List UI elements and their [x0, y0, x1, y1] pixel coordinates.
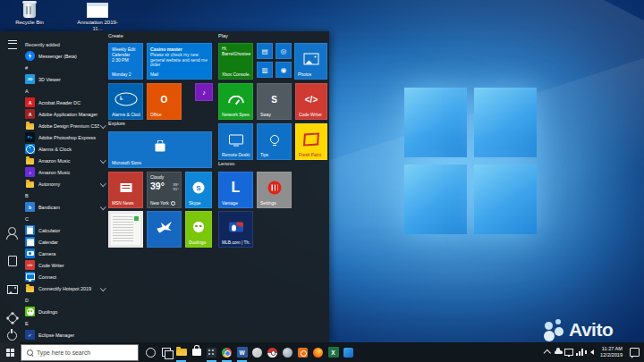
tile-label: Vantage [222, 201, 250, 206]
skype-tile[interactable]: SSkype [185, 172, 212, 208]
taskbar-icon-blue-app[interactable] [341, 342, 356, 362]
tray-icon-plugged-device[interactable] [564, 342, 574, 362]
taskbar-pinned-icons: WX [143, 342, 356, 362]
lenovo-settings-tile[interactable]: Settings [257, 172, 292, 208]
paint-frame-icon [303, 133, 319, 147]
microsoft-store-icon [192, 349, 201, 357]
tile-label: Skype [189, 201, 209, 206]
webcam-small-tile[interactable]: ◉ [275, 62, 292, 78]
network-speed-test-tile[interactable]: Network Spee... [218, 83, 253, 120]
calendar-tile[interactable]: Weekly EditCalendar2:30 PMMonday 2 [108, 43, 143, 80]
mlb-tile[interactable]: MLB.com | Th... [218, 211, 253, 248]
fresh-paint-tile[interactable]: Fresh Paint [295, 123, 327, 160]
clock-icon [114, 93, 137, 106]
mail-tile[interactable]: Casino masterPlease sir check my new gen… [147, 43, 212, 80]
origami-bird-tile[interactable] [147, 211, 182, 248]
tray-icon-onedrive[interactable] [553, 342, 564, 362]
taskbar-icon-excel[interactable]: X [326, 342, 341, 362]
action-center-icon[interactable] [630, 348, 640, 357]
alarms-clock-tile[interactable]: Alarms & Clock [108, 83, 143, 120]
film-icon: ▤ [261, 47, 267, 55]
xbox-greeting: Hi, BarrelGhostee [222, 46, 250, 57]
taskbar: Type here to search WX 11:27 AM 12/2/201… [0, 342, 644, 362]
record-small-tile[interactable]: ◎ [275, 43, 292, 59]
bandicam-icon [298, 348, 308, 358]
clock-date: 12/2/2019 [600, 352, 623, 358]
start-menu-tiles: CreatePlayExploreLenovoWeekly EditCalend… [0, 31, 329, 342]
document-icon: ▥ [261, 66, 267, 74]
start-button[interactable] [0, 342, 20, 362]
sway-tile[interactable]: SSway [257, 83, 292, 120]
duolingo-tile[interactable]: Duolingo [185, 211, 212, 248]
webcam-icon: ◉ [281, 66, 287, 74]
game-app-icon [267, 348, 277, 358]
microsoft-store-tile[interactable]: Microsoft Store [108, 131, 212, 168]
avito-watermark: Avito [544, 317, 613, 342]
office-tile[interactable]: OOffice [147, 83, 182, 120]
lenovo-vantage-tile[interactable]: LVantage [218, 172, 253, 208]
taskbar-icon-bandicam[interactable] [295, 342, 310, 362]
file-explorer-icon [176, 349, 187, 357]
tile-group-header: Play [218, 33, 228, 38]
tips-tile[interactable]: Tips [257, 123, 292, 160]
skype-logo-icon: S [193, 182, 205, 194]
tile-label: Mail [150, 72, 209, 77]
start-menu: Recently added Messenger (Beta) # 3D 3D … [0, 31, 329, 342]
search-placeholder: Type here to search [37, 349, 90, 356]
taskbar-icon-file-explorer[interactable] [174, 342, 189, 362]
search-input[interactable]: Type here to search [21, 344, 139, 361]
origami-bird-icon [157, 222, 172, 233]
document-small-tile[interactable]: ▥ [257, 62, 273, 78]
weather-tile[interactable]: Cloudy39°39°31°New York [147, 172, 182, 208]
photos-tile[interactable]: Photos [294, 43, 327, 80]
lightbulb-icon [270, 135, 279, 144]
tile-label: Sway [260, 113, 289, 117]
weather-condition: Cloudy [150, 175, 164, 180]
taskbar-icon-grey-app[interactable] [280, 342, 295, 362]
tray-icon-volume[interactable] [585, 342, 596, 362]
lenovo-settings-logo-icon [267, 181, 281, 195]
tray-icon-chevron-up[interactable] [542, 342, 553, 362]
tile-group-header: Create [108, 33, 123, 38]
tray-icon-network[interactable] [574, 342, 585, 362]
task-view-icon [162, 348, 171, 357]
vantage-logo-icon: L [232, 180, 241, 196]
volume-icon [588, 349, 594, 355]
newspaper-icon [120, 183, 131, 192]
webpage-thumbnail [111, 214, 140, 245]
taskbar-icon-grid-app[interactable] [204, 342, 219, 362]
taskbar-icon-game-app[interactable] [265, 342, 280, 362]
groove-music-small-tile[interactable]: ♪ [195, 83, 213, 101]
desktop-icon-label: Annotation 2019-11... [75, 20, 120, 32]
xbox-console-tile[interactable]: Hi, BarrelGhosteeXbox Console... [218, 43, 253, 80]
msn-news-tile[interactable]: MSN News [108, 172, 143, 208]
taskbar-icon-firefox[interactable] [310, 342, 326, 362]
music-note-icon: ♪ [202, 88, 206, 97]
gauge-icon [228, 96, 244, 104]
movies-small-tile[interactable]: ▤ [257, 43, 273, 59]
taskbar-icon-cortana[interactable] [143, 342, 158, 362]
code-icon: </> [305, 95, 318, 105]
live-page-tile[interactable] [108, 211, 143, 248]
tile-label: Monday 2 [112, 72, 140, 77]
clock-time: 11:27 AM [602, 346, 623, 352]
search-icon [27, 349, 33, 356]
record-icon: ◎ [281, 47, 287, 55]
tile-group-header: Explore [108, 121, 125, 126]
monitor-icon [229, 135, 243, 145]
taskbar-icon-chrome[interactable] [219, 342, 234, 362]
taskbar-icon-word[interactable]: W [234, 342, 250, 362]
screenshot-file[interactable]: Annotation 2019-11... [75, 3, 120, 32]
mlb-logo-icon [229, 223, 243, 232]
plugged-device-icon [564, 349, 573, 356]
tile-label: Remote Deskt... [222, 153, 250, 157]
logo-pane [474, 88, 537, 157]
taskbar-icon-microsoft-store[interactable] [189, 342, 204, 362]
taskbar-clock[interactable]: 11:27 AM 12/2/2019 [596, 342, 627, 362]
code-writer-tile[interactable]: </>Code Writer [295, 83, 327, 120]
taskbar-icon-task-view[interactable] [158, 342, 174, 362]
recycle-bin[interactable]: Recycle Bin [7, 3, 52, 32]
desktop-icons: Recycle Bin Annotation 2019-11... [7, 3, 120, 32]
remote-desktop-tile[interactable]: Remote Deskt... [218, 123, 253, 160]
taskbar-icon-paint-3d[interactable] [250, 342, 265, 362]
